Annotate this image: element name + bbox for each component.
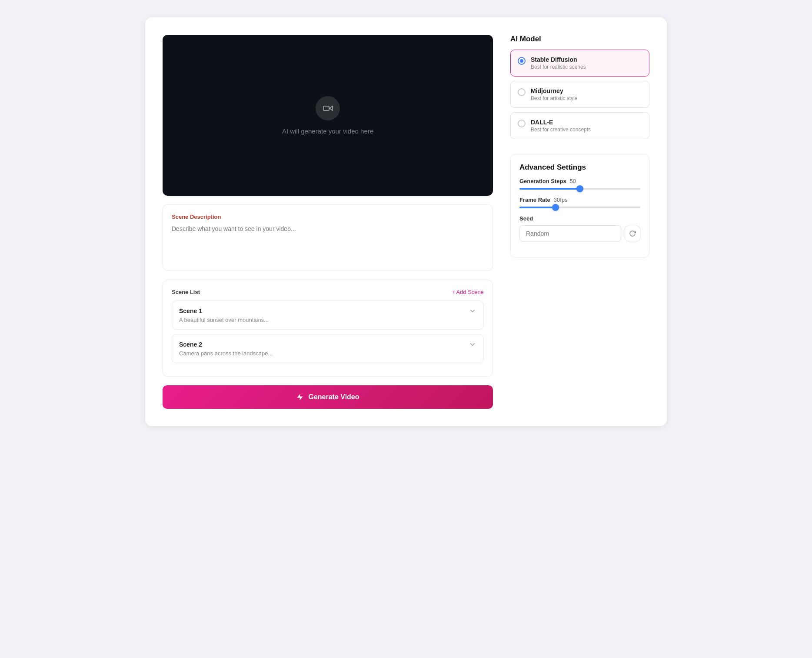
model-option-stable-diffusion[interactable]: Stable Diffusion Best for realistic scen… [510, 50, 649, 77]
frame-rate-value: 30fps [554, 197, 568, 203]
radio-stable-diffusion [518, 57, 526, 65]
refresh-icon [629, 230, 636, 237]
scene-list-title: Scene List [172, 289, 200, 295]
video-preview-area: AI will generate your video here [163, 35, 493, 196]
model-option-dalle[interactable]: DALL-E Best for creative concepts [510, 112, 649, 139]
scene-item-description: A beautiful sunset over mountains... [179, 317, 476, 323]
model-name: Midjourney [531, 87, 577, 94]
radio-dalle [518, 120, 526, 127]
scene-item: Scene 1 A beautiful sunset over mountain… [172, 301, 484, 330]
seed-refresh-button[interactable] [625, 226, 640, 241]
scene-list-card: Scene List + Add Scene Scene 1 A beautif… [163, 280, 493, 377]
generate-video-button[interactable]: Generate Video [163, 385, 493, 409]
seed-label: Seed [519, 215, 533, 222]
model-description: Best for creative concepts [531, 127, 591, 133]
main-container: AI will generate your video here Scene D… [145, 17, 667, 426]
frame-rate-slider-track[interactable] [519, 207, 640, 208]
svg-marker-2 [297, 394, 303, 401]
chevron-down-icon [469, 341, 476, 348]
right-panel: AI Model Stable Diffusion Best for reali… [510, 35, 649, 409]
model-info: Midjourney Best for artistic style [531, 87, 577, 101]
video-icon-circle [316, 96, 340, 120]
generation-steps-slider-track[interactable] [519, 188, 640, 190]
generation-steps-slider-thumb [576, 185, 583, 192]
scene-description-card: Scene Description [163, 204, 493, 271]
seed-label-row: Seed [519, 215, 640, 222]
advanced-settings-card: Advanced Settings Generation Steps 50 Fr… [510, 154, 649, 258]
chevron-down-icon [469, 307, 476, 315]
scene-item-title: Scene 1 [179, 307, 202, 314]
left-panel: AI will generate your video here Scene D… [163, 35, 493, 409]
video-camera-icon [323, 103, 333, 114]
seed-input[interactable] [519, 225, 621, 242]
ai-model-section: AI Model Stable Diffusion Best for reali… [510, 35, 649, 144]
model-name: DALL-E [531, 119, 591, 126]
advanced-settings-title: Advanced Settings [519, 163, 640, 172]
model-description: Best for artistic style [531, 95, 577, 101]
model-info: Stable Diffusion Best for realistic scen… [531, 56, 586, 70]
frame-rate-label-row: Frame Rate 30fps [519, 197, 640, 203]
lightning-icon [296, 393, 304, 401]
generation-steps-value: 50 [570, 178, 576, 184]
frame-rate-row: Frame Rate 30fps [519, 197, 640, 208]
svg-rect-0 [323, 106, 329, 110]
scene-list-header: Scene List + Add Scene [172, 289, 484, 295]
model-name: Stable Diffusion [531, 56, 586, 63]
scene-description-input[interactable] [172, 225, 484, 260]
model-info: DALL-E Best for creative concepts [531, 119, 591, 133]
frame-rate-slider-thumb [552, 204, 559, 211]
scene-item: Scene 2 Camera pans across the landscape… [172, 334, 484, 363]
radio-midjourney [518, 88, 526, 96]
generation-steps-row: Generation Steps 50 [519, 178, 640, 190]
svg-marker-1 [329, 106, 333, 110]
generation-steps-label: Generation Steps [519, 178, 566, 184]
frame-rate-slider-fill [519, 207, 556, 208]
frame-rate-label: Frame Rate [519, 197, 550, 203]
model-description: Best for realistic scenes [531, 64, 586, 70]
scene-item-header: Scene 2 [179, 341, 476, 348]
radio-inner [520, 59, 523, 63]
generation-steps-slider-fill [519, 188, 580, 190]
video-placeholder-text: AI will generate your video here [282, 127, 373, 135]
model-option-midjourney[interactable]: Midjourney Best for artistic style [510, 81, 649, 108]
scene-description-label: Scene Description [172, 214, 484, 220]
scene-item-header: Scene 1 [179, 307, 476, 315]
scene-item-description: Camera pans across the landscape... [179, 350, 476, 357]
ai-model-title: AI Model [510, 35, 649, 43]
generate-video-label: Generate Video [308, 393, 359, 401]
seed-row: Seed [519, 215, 640, 242]
add-scene-button[interactable]: + Add Scene [452, 289, 484, 295]
generation-steps-label-row: Generation Steps 50 [519, 178, 640, 184]
scene-item-title: Scene 2 [179, 341, 202, 348]
seed-input-row [519, 225, 640, 242]
